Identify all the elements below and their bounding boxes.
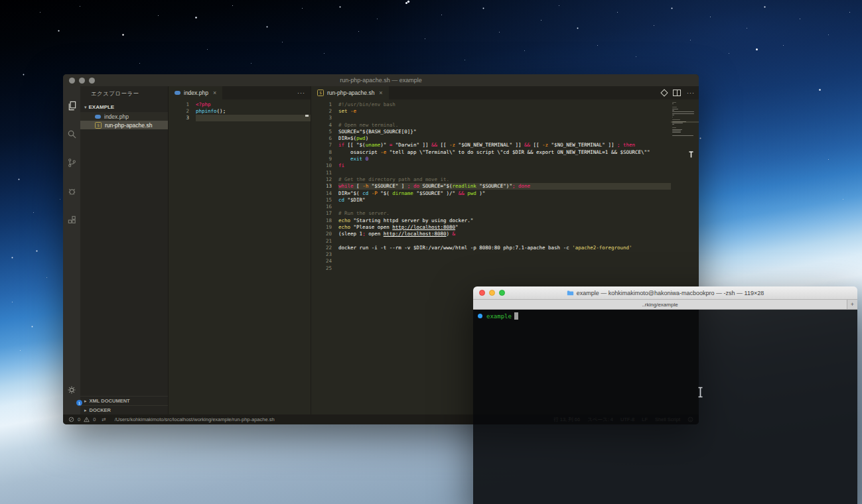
php-file-icon — [95, 115, 101, 119]
tabbar-right: $ run-php-apache.sh × ··· — [311, 86, 699, 99]
line-content: <?php — [196, 101, 311, 107]
line-number: 20 — [311, 231, 338, 237]
code-line[interactable]: 14DIR="$( cd -P "$( dirname "$SOURCE" )/… — [311, 190, 671, 196]
editor-left-code[interactable]: 1<?php2phpinfo();3 — [169, 99, 311, 414]
line-content: DIR="$( cd -P "$( dirname "$SOURCE" )/" … — [338, 190, 671, 196]
line-content: osascript -e "tell app \"Terminal\" to d… — [338, 149, 671, 155]
debug-icon[interactable] — [63, 177, 80, 206]
folder-section-example[interactable]: ▾ EXAMPLE — [80, 103, 168, 112]
code-line[interactable]: 16 — [311, 203, 671, 210]
minimap-line — [672, 107, 677, 107]
settings-gear-icon[interactable]: 1 — [63, 375, 80, 404]
code-line[interactable]: 19echo "Please open http://localhost:808… — [311, 223, 671, 230]
code-line[interactable]: 15cd "$DIR" — [311, 196, 671, 203]
code-line[interactable]: 21 — [311, 237, 671, 244]
code-line[interactable]: 25 — [311, 265, 671, 271]
sidebar-bottom-sections: ▸XML DOCUMENT▸DOCKER — [80, 396, 168, 414]
code-line[interactable]: 20(sleep 1; open http://localhost:8080) … — [311, 231, 671, 237]
terminal-content[interactable]: example — [473, 310, 857, 504]
line-content — [196, 115, 311, 121]
code-line[interactable]: 3 — [311, 115, 671, 121]
minimize-button[interactable] — [79, 78, 85, 84]
minimize-button[interactable] — [489, 290, 495, 296]
split-editor-icon[interactable] — [673, 90, 681, 96]
code-line[interactable]: 22docker run -i -t --rm -v $DIR:/var/www… — [311, 244, 671, 251]
line-number: 19 — [311, 224, 338, 230]
code-line[interactable]: 2set -e — [311, 107, 671, 114]
bright-stars — [0, 0, 1, 1]
errors-count[interactable]: 0 — [78, 416, 80, 422]
minimap-line — [672, 127, 676, 128]
errors-icon[interactable] — [68, 416, 74, 422]
line-number: 3 — [169, 115, 196, 121]
explorer-icon[interactable] — [63, 92, 80, 120]
file-tree-item[interactable]: $run-php-apache.sh — [80, 121, 168, 129]
code-line[interactable]: 1<?php — [169, 101, 311, 107]
file-tree: index.php$run-php-apache.sh — [80, 112, 168, 129]
code-line[interactable]: 7if [[ "$(uname)" = "Darwin" ]] && [[ -z… — [311, 142, 671, 149]
editor-group-left: index.php × ··· 1<?php2phpinfo();3 — [169, 86, 311, 414]
line-content: echo "Starting httpd server by using doc… — [338, 217, 671, 223]
tab-index-php[interactable]: index.php × — [169, 86, 222, 99]
code-line[interactable]: 23 — [311, 251, 671, 258]
line-content — [338, 203, 671, 210]
code-line[interactable]: 13while [ -h "$SOURCE" ] ; do SOURCE="$(… — [311, 183, 671, 190]
more-actions-icon[interactable]: ··· — [687, 90, 695, 96]
sync-icon[interactable]: ⇄ — [102, 416, 106, 422]
code-line[interactable]: 2phpinfo(); — [169, 107, 311, 114]
minimap-line — [672, 115, 674, 115]
minimap-line — [672, 119, 680, 120]
vscode-titlebar[interactable]: run-php-apache.sh — example — [63, 74, 699, 86]
code-line[interactable]: 9 exit 0 — [311, 155, 671, 162]
close-button[interactable] — [479, 290, 485, 296]
tab-run-php-apache-sh[interactable]: $ run-php-apache.sh × — [311, 86, 389, 99]
code-line[interactable]: 18echo "Starting httpd server by using d… — [311, 217, 671, 223]
code-line[interactable]: 5SOURCE="${BASH_SOURCE[0]}" — [311, 128, 671, 135]
folder-icon — [567, 290, 574, 296]
code-line[interactable]: 3 — [169, 115, 311, 121]
open-preview-icon[interactable] — [660, 89, 668, 96]
line-number: 12 — [311, 176, 338, 182]
minimap-line — [672, 135, 693, 136]
code-line[interactable]: 10fi — [311, 162, 671, 169]
more-actions-icon[interactable]: ··· — [297, 86, 305, 99]
line-content: set -e — [338, 107, 671, 114]
sidebar-section-docker[interactable]: ▸DOCKER — [80, 405, 168, 414]
sidebar-section-xml-document[interactable]: ▸XML DOCUMENT — [80, 396, 168, 405]
code-line[interactable]: 11 — [311, 169, 671, 176]
new-tab-button[interactable]: + — [847, 300, 857, 309]
warnings-count[interactable]: 0 — [93, 416, 96, 422]
terminal-tab[interactable]: ..rking/example — [473, 300, 847, 309]
line-number: 10 — [311, 162, 338, 168]
line-content: (sleep 1; open http://localhost:8080) & — [338, 231, 671, 237]
line-number: 16 — [311, 204, 338, 210]
extensions-icon[interactable] — [63, 206, 80, 234]
minimap-line — [672, 113, 694, 114]
terminal-titlebar[interactable]: example — kohkimakimoto@hakoniwa-macbook… — [473, 286, 857, 300]
code-line[interactable]: 24 — [311, 258, 671, 265]
code-line[interactable]: 1#!/usr/bin/env bash — [311, 101, 671, 107]
line-content: fi — [338, 162, 671, 169]
search-icon[interactable] — [63, 120, 80, 149]
line-content: if [[ "$(uname)" = "Darwin" ]] && [[ -z … — [338, 142, 671, 149]
sidebar-spacer — [80, 129, 168, 396]
line-content: phpinfo(); — [196, 107, 311, 114]
zoom-button[interactable] — [499, 290, 505, 296]
close-button[interactable] — [69, 78, 75, 84]
line-number: 6 — [311, 135, 338, 141]
file-path[interactable]: /Users/kohkimakimoto/src/localhost/worki… — [115, 416, 275, 422]
close-tab-icon[interactable]: × — [213, 90, 216, 96]
code-line[interactable]: 6DIR=$(pwd) — [311, 135, 671, 141]
close-tab-icon[interactable]: × — [379, 90, 382, 96]
line-number: 2 — [169, 108, 196, 114]
zoom-button[interactable] — [89, 78, 95, 84]
terminal-title: example — kohkimakimoto@hakoniwa-macbook… — [473, 290, 857, 296]
source-control-icon[interactable] — [63, 149, 80, 177]
warnings-icon[interactable] — [84, 416, 90, 422]
file-tree-item[interactable]: index.php — [80, 112, 168, 121]
code-line[interactable]: 17# Run the server. — [311, 210, 671, 217]
code-line[interactable]: 12# Get the directory path and move it. — [311, 176, 671, 182]
code-line[interactable]: 4# Open new terminal. — [311, 121, 671, 128]
code-line[interactable]: 8 osascript -e "tell app \"Terminal\" to… — [311, 149, 671, 155]
shell-prompt: example — [478, 312, 853, 320]
